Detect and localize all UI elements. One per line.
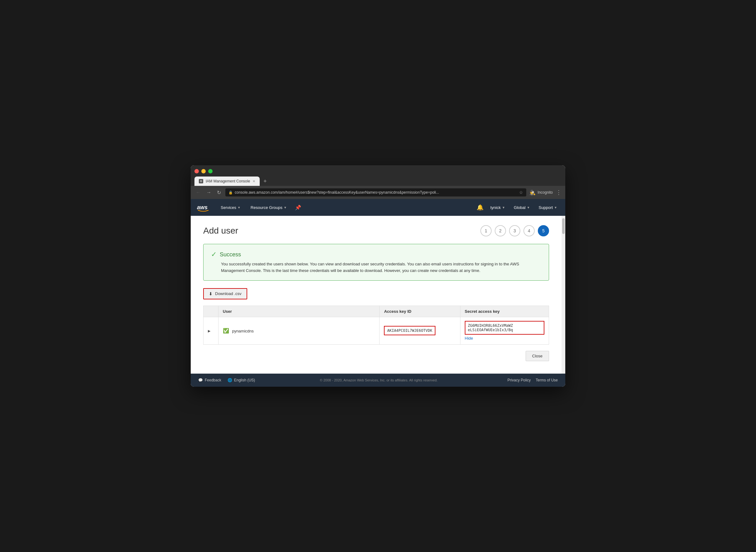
traffic-light-green[interactable] bbox=[208, 169, 213, 173]
footer-copyright: © 2008 - 2020, Amazon Web Services, Inc.… bbox=[261, 378, 496, 382]
user-success-icon: ✅ bbox=[223, 328, 229, 333]
incognito-icon: 🕵 bbox=[529, 189, 536, 195]
feedback-button[interactable]: 💬 Feedback bbox=[198, 378, 221, 382]
account-label: tynick bbox=[491, 205, 501, 210]
back-button[interactable]: ← bbox=[195, 189, 202, 196]
row-expand-cell[interactable]: ▶ bbox=[204, 317, 218, 344]
step-2: 2 bbox=[495, 225, 506, 236]
close-area: Close bbox=[203, 344, 549, 364]
nav-right-area: 🔔 tynick ▼ Global ▼ Support ▼ bbox=[476, 204, 559, 211]
account-chevron: ▼ bbox=[502, 206, 505, 209]
download-csv-button[interactable]: ⬇ Download .csv bbox=[203, 288, 247, 299]
region-label: Global bbox=[514, 205, 526, 210]
account-menu[interactable]: tynick ▼ bbox=[489, 204, 507, 211]
username-value: pynamicdns bbox=[232, 329, 253, 333]
step-3: 3 bbox=[509, 225, 520, 236]
aws-logo[interactable]: aws bbox=[197, 203, 209, 212]
globe-icon: 🌐 bbox=[228, 378, 232, 382]
address-input[interactable]: 🔒 console.aws.amazon.com/iam/home#/users… bbox=[225, 188, 526, 196]
browser-menu-button[interactable]: ⋮ bbox=[556, 189, 561, 196]
aws-logo-svg: aws bbox=[197, 203, 209, 212]
access-key-id-box: AKIA4PCOIL7WJE6OTVDK bbox=[384, 326, 435, 335]
success-banner: ✓ Success You successfully created the u… bbox=[203, 244, 549, 281]
region-menu[interactable]: Global ▼ bbox=[512, 204, 532, 211]
access-key-id-value: AKIA4PCOIL7WJE6OTVDK bbox=[387, 328, 432, 333]
scrollbar-thumb[interactable] bbox=[562, 218, 565, 234]
col-header-expand bbox=[204, 306, 218, 317]
notifications-bell-icon[interactable]: 🔔 bbox=[476, 204, 483, 211]
terms-of-use-link[interactable]: Terms of Use bbox=[536, 378, 558, 382]
copyright-text: © 2008 - 2020, Amazon Web Services, Inc.… bbox=[320, 378, 438, 382]
resource-groups-menu[interactable]: Resource Groups ▼ bbox=[249, 204, 289, 211]
download-btn-label: Download .csv bbox=[215, 291, 242, 296]
browser-tab-iam[interactable]: ⚙ IAM Management Console ✕ bbox=[195, 176, 260, 186]
forward-button[interactable]: → bbox=[205, 189, 213, 196]
success-title: Success bbox=[220, 251, 241, 258]
col-header-access-key: Access key ID bbox=[380, 306, 460, 317]
secret-key-line1: ZG6MUIH3R8L66ZxVMaWZ bbox=[468, 323, 541, 328]
tab-close-button[interactable]: ✕ bbox=[252, 179, 255, 183]
step-indicators: 1 2 3 4 5 bbox=[480, 225, 549, 236]
hide-secret-key-link[interactable]: Hide bbox=[465, 336, 544, 340]
privacy-policy-link[interactable]: Privacy Policy bbox=[508, 378, 531, 382]
svg-text:aws: aws bbox=[197, 204, 208, 211]
row-secret-key-cell: ZG6MUIH3R8L66ZxVMaWZ eLSiEOAfWUEe1bIx3/B… bbox=[460, 317, 549, 344]
traffic-light-yellow[interactable] bbox=[201, 169, 206, 173]
lock-icon: 🔒 bbox=[228, 190, 233, 194]
step-1: 1 bbox=[480, 225, 492, 236]
table-header-row: User Access key ID Secret access key bbox=[204, 306, 549, 317]
col-header-secret-key: Secret access key bbox=[460, 306, 549, 317]
tab-title: IAM Management Console bbox=[206, 179, 250, 183]
resource-groups-chevron: ▼ bbox=[284, 206, 287, 209]
support-menu[interactable]: Support ▼ bbox=[537, 204, 559, 211]
feedback-label: Feedback bbox=[205, 378, 221, 382]
page-header: Add user 1 2 3 4 5 bbox=[203, 225, 549, 236]
services-label: Services bbox=[221, 205, 236, 210]
secret-key-box: ZG6MUIH3R8L66ZxVMaWZ eLSiEOAfWUEe1bIx3/B… bbox=[465, 321, 544, 334]
bookmark-icon[interactable]: ☆ bbox=[519, 190, 523, 195]
success-check-icon: ✓ bbox=[211, 250, 217, 259]
footer-links: Privacy Policy Terms of Use bbox=[503, 378, 558, 382]
language-label: English (US) bbox=[234, 378, 255, 382]
services-menu[interactable]: Services ▼ bbox=[219, 204, 242, 211]
region-chevron: ▼ bbox=[527, 206, 530, 209]
step-4: 4 bbox=[524, 225, 535, 236]
new-tab-button[interactable]: + bbox=[261, 177, 269, 186]
tab-favicon: ⚙ bbox=[199, 179, 203, 183]
download-icon: ⬇ bbox=[209, 291, 213, 296]
feedback-icon: 💬 bbox=[198, 378, 203, 382]
support-label: Support bbox=[539, 205, 553, 210]
resource-groups-label: Resource Groups bbox=[251, 205, 283, 210]
page-title: Add user bbox=[203, 226, 238, 236]
url-text: console.aws.amazon.com/iam/home#/users$n… bbox=[235, 190, 439, 194]
expand-arrow-icon[interactable]: ▶ bbox=[208, 329, 210, 333]
secret-key-line2: eLSiEOAfWUEe1bIx3/Bq bbox=[468, 328, 541, 332]
incognito-area: 🕵 Incognito bbox=[529, 189, 553, 195]
credentials-table: User Access key ID Secret access key ▶ ✅… bbox=[203, 306, 549, 344]
services-chevron: ▼ bbox=[237, 206, 241, 209]
col-header-user: User bbox=[218, 306, 380, 317]
table-row: ▶ ✅ pynamicdns AKIA4PCOIL7WJE6OTVDK bbox=[204, 317, 549, 344]
success-header: ✓ Success bbox=[211, 250, 541, 259]
pin-icon: 📌 bbox=[295, 204, 301, 211]
close-button[interactable]: Close bbox=[526, 351, 549, 361]
address-bar: ← → ↻ 🔒 console.aws.amazon.com/iam/home#… bbox=[191, 186, 565, 199]
success-message: You successfully created the users shown… bbox=[221, 261, 541, 274]
row-access-key-cell: AKIA4PCOIL7WJE6OTVDK bbox=[380, 317, 460, 344]
incognito-label: Incognito bbox=[538, 190, 553, 194]
aws-navbar: aws Services ▼ Resource Groups ▼ 📌 🔔 tyn… bbox=[191, 199, 565, 216]
row-user-cell: ✅ pynamicdns bbox=[218, 317, 380, 344]
language-selector[interactable]: 🌐 English (US) bbox=[228, 378, 255, 382]
scrollbar-track[interactable] bbox=[561, 216, 565, 374]
page-scroll-area: Add user 1 2 3 4 5 ✓ Success You success… bbox=[191, 216, 561, 374]
refresh-button[interactable]: ↻ bbox=[216, 189, 222, 196]
footer: 💬 Feedback 🌐 English (US) © 2008 - 2020,… bbox=[191, 374, 565, 387]
traffic-light-red[interactable] bbox=[195, 169, 199, 173]
support-chevron: ▼ bbox=[554, 206, 557, 209]
main-content-area: Add user 1 2 3 4 5 ✓ Success You success… bbox=[191, 216, 565, 374]
step-5-active: 5 bbox=[538, 225, 549, 236]
